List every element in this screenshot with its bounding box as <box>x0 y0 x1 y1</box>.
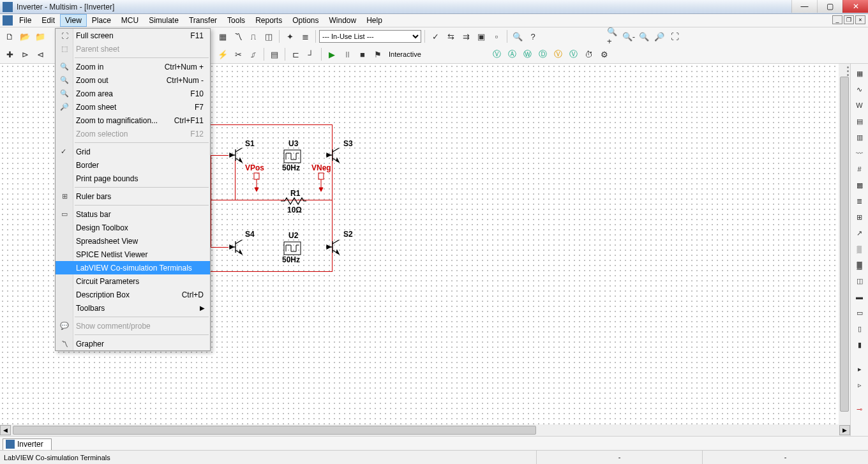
probe-vneg[interactable] <box>317 172 326 191</box>
transistor-s2[interactable] <box>325 239 341 255</box>
four-ch-scope-icon[interactable]: ▥ <box>853 130 867 144</box>
horizontal-scrollbar[interactable]: ◀ ▶ <box>0 424 850 436</box>
multimeter-icon[interactable]: ▦ <box>853 66 867 80</box>
forward-annotate-icon[interactable]: ⇉ <box>459 29 473 43</box>
vertical-scrollbar[interactable] <box>839 64 850 424</box>
close-button[interactable]: ✕ <box>842 0 868 13</box>
analysis-icon[interactable]: ⎍ <box>246 29 260 43</box>
dd-grapher[interactable]: 〽Grapher <box>56 337 210 350</box>
new-icon[interactable]: 🗋 <box>3 29 17 43</box>
spectrum-icon[interactable]: ▓ <box>853 258 867 272</box>
pulse-u3[interactable] <box>283 149 301 163</box>
menu-file[interactable]: File <box>14 14 36 27</box>
analog-w-icon[interactable]: Ⓦ <box>521 47 535 61</box>
dd-circuit-params[interactable]: Circuit Parameters <box>56 274 210 288</box>
grapher-icon[interactable]: 〽 <box>231 29 245 43</box>
bode-icon[interactable]: 〰 <box>853 146 867 160</box>
back-annotate-icon[interactable]: ⇆ <box>444 29 458 43</box>
scroll-right-arrow[interactable]: ▶ <box>839 425 850 435</box>
list-icon[interactable]: ≣ <box>298 29 312 43</box>
dd-description-box[interactable]: Description BoxCtrl+D <box>56 288 210 301</box>
labview-instr-icon[interactable]: ▸ <box>853 362 867 376</box>
dd-border[interactable]: Border <box>56 158 210 172</box>
dd-full-screen[interactable]: ⛶Full screenF11 <box>56 29 210 42</box>
maximize-button[interactable]: ▢ <box>817 0 842 13</box>
dd-zoom-area[interactable]: 🔍Zoom areaF10 <box>56 87 210 100</box>
zoom-out-icon[interactable]: 🔍- <box>622 29 636 43</box>
pulse-u2[interactable] <box>283 241 301 255</box>
iv-analyzer-icon[interactable]: ↗ <box>853 226 867 240</box>
probe-gear-icon[interactable]: ⚙ <box>597 47 611 61</box>
logic-converter-icon[interactable]: ⊞ <box>853 210 867 224</box>
freq-counter-icon[interactable]: # <box>853 162 867 176</box>
tek-scope-icon[interactable]: ▮ <box>853 338 867 352</box>
digital-v-icon[interactable]: Ⓥ <box>551 47 565 61</box>
menu-simulate[interactable]: Simulate <box>144 14 184 27</box>
dd-zoom-sheet[interactable]: 🔎Zoom sheetF7 <box>56 100 210 114</box>
minimize-button[interactable]: — <box>791 0 817 13</box>
menu-tools[interactable]: Tools <box>222 14 250 27</box>
agilent-fg-icon[interactable]: ▬ <box>853 290 867 304</box>
analog-v-icon[interactable]: Ⓥ <box>490 47 504 61</box>
digital-a-icon[interactable]: Ⓥ <box>567 47 581 61</box>
menu-help[interactable]: Help <box>361 14 387 27</box>
analog-a-icon[interactable]: Ⓐ <box>505 47 520 61</box>
menu-mcu[interactable]: MCU <box>116 14 144 27</box>
menu-edit[interactable]: Edit <box>36 14 60 27</box>
dd-spice-netlist[interactable]: SPICE Netlist Viewer <box>56 248 210 261</box>
mdi-minimize[interactable]: _ <box>832 15 842 24</box>
full-screen-icon[interactable]: ⛶ <box>668 29 682 43</box>
distortion-icon[interactable]: ▒ <box>853 242 867 256</box>
ultiboard-icon[interactable]: ▣ <box>474 29 488 43</box>
hierarchy-icon[interactable]: ▤ <box>267 47 281 61</box>
scroll-h-thumb[interactable] <box>13 426 536 435</box>
postproc-icon[interactable]: ◫ <box>262 29 276 43</box>
pause-icon[interactable]: ⏸ <box>340 47 354 61</box>
dd-toolbars[interactable]: Toolbars▶ <box>56 301 210 315</box>
step-icon[interactable]: ⚑ <box>371 47 385 61</box>
dd-ruler-bars[interactable]: ⊞Ruler bars <box>56 190 210 203</box>
open-sample-icon[interactable]: 📁 <box>33 29 47 43</box>
junction-icon[interactable]: ┘ <box>304 47 318 61</box>
scroll-v-thumb[interactable] <box>840 77 849 412</box>
place-transistor-icon[interactable]: ⊲ <box>33 47 47 61</box>
place-basic-icon[interactable]: ✚ <box>3 47 17 61</box>
analog-diff-icon[interactable]: Ⓓ <box>536 47 550 61</box>
bus-icon[interactable]: ⊏ <box>288 47 303 61</box>
dd-zoom-out[interactable]: 🔍Zoom outCtrl+Num - <box>56 73 210 87</box>
menu-options[interactable]: Options <box>287 14 324 27</box>
find-example-icon[interactable]: 🔍 <box>511 29 525 43</box>
dd-zoom-in[interactable]: 🔍Zoom inCtrl+Num + <box>56 60 210 73</box>
mdi-restore[interactable]: ❐ <box>844 15 854 24</box>
transistor-s3[interactable] <box>325 147 341 163</box>
menu-place[interactable]: Place <box>87 14 116 27</box>
function-gen-icon[interactable]: ∿ <box>853 82 867 96</box>
dd-spreadsheet-view[interactable]: Spreadsheet View <box>56 234 210 248</box>
component-wizard-icon[interactable]: ✦ <box>283 29 297 43</box>
transistor-s1[interactable] <box>228 147 244 163</box>
menu-reports[interactable]: Reports <box>250 14 287 27</box>
oscilloscope-icon[interactable]: ▤ <box>853 114 867 128</box>
open-icon[interactable]: 📂 <box>18 29 32 43</box>
scroll-left-arrow[interactable]: ◀ <box>0 425 11 435</box>
export-icon[interactable]: ▫ <box>490 29 504 43</box>
stop-icon[interactable]: ■ <box>355 47 370 61</box>
help-icon[interactable]: ? <box>526 29 540 43</box>
probe-cut-icon[interactable]: ✂ <box>231 47 245 61</box>
dd-design-toolbox[interactable]: Design Toolbox <box>56 221 210 234</box>
dd-labview-terminals[interactable]: LabVIEW Co-simulation Terminals <box>56 261 210 274</box>
probe-clock-icon[interactable]: ⏱ <box>582 47 596 61</box>
word-gen-icon[interactable]: ▩ <box>853 178 867 192</box>
sheet-tab-inverter[interactable]: Inverter <box>3 438 52 450</box>
run-icon[interactable]: ▶ <box>325 47 339 61</box>
dd-grid[interactable]: Grid <box>56 145 210 158</box>
mdi-close[interactable]: × <box>855 15 865 24</box>
menu-window[interactable]: Window <box>324 14 362 27</box>
probe-settings-icon[interactable]: ⎎ <box>246 47 260 61</box>
erc-icon[interactable]: ✓ <box>428 29 442 43</box>
elvis-icon[interactable]: ▹ <box>853 378 867 392</box>
agilent-scope-icon[interactable]: ▯ <box>853 322 867 336</box>
probe-vpos[interactable] <box>252 172 261 191</box>
probe-blue-icon[interactable]: ⚡ <box>216 47 230 61</box>
dd-zoom-mag[interactable]: Zoom to magnification...Ctrl+F11 <box>56 114 210 127</box>
